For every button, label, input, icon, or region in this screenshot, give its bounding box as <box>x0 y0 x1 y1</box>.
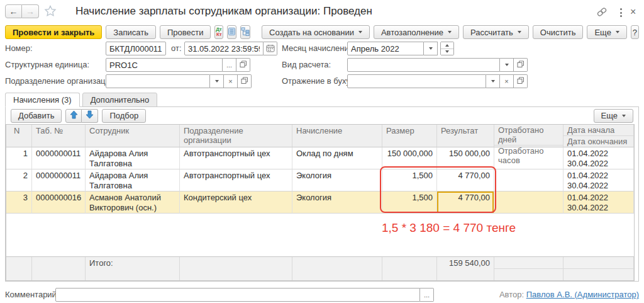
calculate-button[interactable]: Рассчитать <box>463 25 529 39</box>
date-input[interactable] <box>184 42 264 55</box>
autofill-button[interactable]: Автозаполнение <box>374 25 459 39</box>
comment-input[interactable] <box>55 288 420 302</box>
accounting-reflection-clear-button[interactable]: × <box>500 74 514 88</box>
add-row-button[interactable]: Добавить <box>11 109 62 123</box>
chevron-down-icon <box>518 31 521 33</box>
post-and-close-button[interactable]: Провести и закрыть <box>5 25 102 39</box>
structural-unit-input[interactable] <box>106 58 223 72</box>
list-icon <box>228 27 236 38</box>
col-header-n: N <box>6 125 32 147</box>
totals-label: Итого: <box>86 257 180 280</box>
help-button[interactable]: ? <box>631 25 639 39</box>
cell-accrual[interactable]: Экология <box>292 169 382 192</box>
create-based-on-button[interactable]: Создать на основании <box>262 25 370 39</box>
chevron-down-icon <box>358 31 362 33</box>
post-button[interactable]: Провести <box>160 25 211 39</box>
accounting-reflection-input[interactable] <box>347 74 486 88</box>
chevron-down-icon <box>491 80 495 83</box>
forward-button[interactable]: → <box>22 4 39 18</box>
cell-n[interactable]: 2 <box>6 169 32 192</box>
document-header-form: Номер: от: Месяц начисления: Структурная… <box>0 40 644 92</box>
document-list-button[interactable] <box>227 25 236 39</box>
cell-result[interactable]: 4 770,00 <box>437 169 494 192</box>
tab-accruals[interactable]: Начисления (3) <box>5 93 80 107</box>
cell-dates[interactable]: 01.04.2022 30.04.2022 <box>564 169 634 192</box>
cell-worked[interactable] <box>494 147 564 169</box>
more-menu-icon[interactable] <box>618 8 625 18</box>
col-header-department: Подразделение организации <box>180 125 292 147</box>
col-header-accrual: Начисление <box>292 125 382 147</box>
move-row-down-button[interactable] <box>82 109 98 123</box>
cell-n[interactable]: 3 <box>6 192 32 214</box>
close-icon[interactable]: × <box>630 8 636 16</box>
cell-department[interactable]: Автотранспортный цех <box>180 169 292 192</box>
more-button[interactable]: Еще <box>587 25 626 39</box>
back-button[interactable]: ← <box>5 4 22 18</box>
page-title: Начисление зарплаты сотрудникам организа… <box>75 5 372 18</box>
cell-worked[interactable] <box>494 192 564 214</box>
get-link-icon[interactable] <box>596 7 608 19</box>
accrual-month-dropdown-button[interactable] <box>424 42 438 55</box>
department-dropdown-button[interactable] <box>210 74 224 88</box>
department-input[interactable] <box>106 74 210 88</box>
calendar-icon <box>266 44 275 54</box>
document-structure-button[interactable] <box>240 25 250 39</box>
cell-dates[interactable]: 01.04.2022 30.04.2022 <box>564 192 634 214</box>
cell-size[interactable]: 150 000,000 <box>382 147 437 169</box>
department-open-button[interactable] <box>238 74 252 88</box>
cell-accrual[interactable]: Экология <box>292 192 382 214</box>
cell-result[interactable]: 150 000,00 <box>437 147 494 169</box>
cell-n[interactable]: 1 <box>6 147 32 169</box>
move-row-up-button[interactable] <box>65 109 82 123</box>
calendar-button[interactable] <box>264 42 277 55</box>
stepper-up-button[interactable] <box>441 42 453 49</box>
accrual-month-stepper[interactable] <box>440 42 454 55</box>
write-button[interactable]: Записать <box>106 25 156 39</box>
annotation-text: 1,5 * 3 180 = 4 770 тенге <box>382 221 516 235</box>
selected-cell-result[interactable]: 4 770,00 <box>437 192 494 214</box>
cell-dates[interactable]: 01.04.2022 30.04.2022 <box>564 147 634 169</box>
cell-employee[interactable]: Айдарова Алия Талгатовна <box>86 147 180 169</box>
accounting-reflection-open-button[interactable] <box>514 74 528 88</box>
structural-unit-choose-button[interactable]: ... <box>223 58 236 72</box>
dtkt-postings-button[interactable]: ДтКт <box>214 25 223 39</box>
document-window: ← → Начисление зарплаты сотрудникам орга… <box>0 0 644 303</box>
cell-tab-no[interactable]: 0000000016 <box>32 192 86 214</box>
calc-type-input[interactable] <box>347 58 500 72</box>
col-header-employee: Сотрудник <box>86 125 180 147</box>
table-row-current[interactable]: 3 0000000016 Асманов Анатолий Викторович… <box>6 192 634 214</box>
cell-tab-no[interactable]: 0000000011 <box>32 169 86 192</box>
arrow-up-icon <box>70 110 78 121</box>
favorite-star-icon[interactable] <box>44 5 57 19</box>
cell-department[interactable]: Кондитерский цех <box>180 192 292 214</box>
dtkt-icon: ДтКт <box>216 27 222 37</box>
table-row[interactable]: 2 0000000011 Айдарова Алия Талгатовна Ав… <box>6 169 634 192</box>
cell-accrual[interactable]: Оклад по дням <box>292 147 382 169</box>
cell-size[interactable]: 1,500 <box>382 169 437 192</box>
cell-size[interactable]: 1,500 <box>382 192 437 214</box>
stepper-down-button[interactable] <box>441 49 453 55</box>
table-row[interactable]: 1 0000000011 Айдарова Алия Талгатовна Ав… <box>6 147 634 169</box>
chevron-down-icon <box>622 115 626 117</box>
col-header-size: Размер <box>382 125 437 147</box>
accrual-month-input[interactable] <box>347 42 424 55</box>
comment-more-button[interactable]: ... <box>420 288 434 302</box>
tab-additional[interactable]: Дополнительно <box>82 93 158 107</box>
author-link[interactable]: Павлов А.В. (Администратор) <box>526 290 639 299</box>
cell-employee[interactable]: Асманов Анатолий Викторович (осн.) <box>86 192 180 214</box>
cell-employee[interactable]: Айдарова Алия Талгатовна <box>86 169 180 192</box>
calc-type-open-button[interactable] <box>514 58 528 72</box>
accounting-reflection-dropdown-button[interactable] <box>486 74 500 88</box>
department-clear-button[interactable]: × <box>224 74 238 88</box>
structural-unit-open-button[interactable] <box>236 58 250 72</box>
pick-button[interactable]: Подбор <box>102 109 146 123</box>
calc-type-dropdown-button[interactable] <box>500 58 514 72</box>
cell-tab-no[interactable]: 0000000011 <box>32 147 86 169</box>
table-more-button[interactable]: Еще <box>594 109 633 123</box>
cell-department[interactable]: Автотранспортный цех <box>180 147 292 169</box>
clear-button[interactable]: Очистить <box>533 25 584 39</box>
col-header-tab-no: Таб. № <box>32 125 86 147</box>
cell-worked[interactable] <box>494 169 564 192</box>
number-input[interactable] <box>106 42 166 55</box>
author-label: Автор: <box>499 290 524 299</box>
